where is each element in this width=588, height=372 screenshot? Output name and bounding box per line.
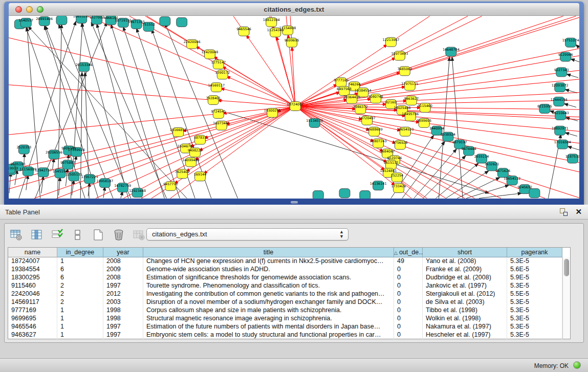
table-row[interactable]: 946362711997Embryonic stem cells: a mode… — [8, 331, 562, 339]
table-row[interactable]: 946554611997Estimation of the future num… — [8, 323, 562, 331]
column-header-short[interactable]: short — [423, 248, 507, 257]
network-node[interactable] — [56, 16, 67, 25]
table-row[interactable]: 2242004622012Investigating the contribut… — [8, 290, 562, 298]
table-cell[interactable]: Investigating the contribution of common… — [143, 290, 394, 298]
column-header-title[interactable]: title — [143, 248, 394, 257]
network-node[interactable] — [313, 191, 323, 199]
table-cell[interactable]: 2009 — [103, 266, 143, 274]
network-node[interactable] — [160, 16, 170, 26]
table-cell[interactable]: 1997 — [103, 282, 143, 290]
table-cell[interactable]: 0 — [394, 266, 423, 274]
table-cell[interactable]: 1 — [57, 331, 103, 339]
table-cell[interactable]: 1 — [57, 257, 103, 266]
table-cell[interactable]: Disruption of a novel member of a sodium… — [143, 298, 394, 307]
network-node[interactable] — [339, 189, 350, 198]
table-row[interactable]: 1456911722003Disruption of a novel membe… — [8, 298, 562, 307]
table-cell[interactable]: Hescheler et al. (1997) — [423, 331, 507, 339]
table-cell[interactable]: 2 — [57, 298, 103, 307]
table-cell[interactable]: 2 — [57, 282, 103, 290]
table-cell[interactable]: 2008 — [103, 274, 143, 282]
table-cell[interactable]: Estimation of significance thresholds fo… — [143, 274, 394, 282]
table-cell[interactable]: 6 — [57, 274, 103, 282]
table-cell[interactable]: 1 — [57, 315, 103, 323]
select-rows-icon[interactable] — [51, 228, 64, 242]
column-header-out_de[interactable]: △out_de… — [394, 248, 423, 257]
table-cell[interactable]: 5.3E-5 — [507, 307, 562, 315]
memory-status-icon[interactable] — [573, 361, 581, 369]
table-cell[interactable]: Stergiakouli et al. (2012) — [423, 290, 507, 298]
table-cell[interactable]: Franke et al. (2009) — [423, 266, 507, 274]
table-cell[interactable]: 0 — [394, 323, 423, 331]
table-cell[interactable]: Yano et al. (2008) — [423, 257, 507, 266]
network-canvas[interactable]: 1540557208914061065328715270026466161107… — [9, 16, 579, 199]
table-row[interactable]: 1830029562008Estimation of significance … — [8, 274, 562, 282]
new-table-icon[interactable] — [92, 228, 105, 242]
table-cell[interactable]: 18724007 — [8, 257, 57, 266]
table-cell[interactable]: 5.3E-5 — [507, 257, 562, 266]
table-cell[interactable]: Tibbo et al. (1998) — [423, 307, 507, 315]
table-cell[interactable]: 5.5E-5 — [507, 290, 562, 298]
table-cell[interactable]: 9465546 — [8, 323, 57, 331]
float-panel-icon[interactable] — [560, 208, 568, 216]
table-options-icon[interactable] — [10, 228, 23, 242]
import-table-disabled-icon[interactable] — [133, 228, 146, 242]
splitter-handle[interactable] — [291, 201, 298, 204]
table-scrollbar-thumb[interactable] — [564, 259, 569, 276]
table-cell[interactable]: 5.3E-5 — [507, 323, 562, 331]
table-row[interactable]: 1872400712008Changes of HCN gene express… — [8, 257, 562, 266]
table-cell[interactable]: Nakamura et al. (1997) — [423, 323, 507, 331]
table-cell[interactable]: 0 — [394, 331, 423, 339]
show-columns-icon[interactable] — [30, 228, 43, 242]
table-cell[interactable]: Jankovic et al. (1997) — [423, 282, 507, 290]
table-cell[interactable]: 5.3E-5 — [507, 298, 562, 307]
table-cell[interactable]: 2003 — [103, 298, 143, 307]
table-cell[interactable]: Dudbridge et al. (2008) — [423, 274, 507, 282]
table-cell[interactable]: 19384554 — [8, 266, 57, 274]
column-header-year[interactable]: year — [103, 248, 143, 257]
table-cell[interactable]: 1997 — [103, 331, 143, 339]
table-cell[interactable]: Genome-wide association studies in ADHD. — [143, 266, 394, 274]
table-cell[interactable]: Changes of HCN gene expression and I(f) … — [143, 257, 394, 266]
table-cell[interactable]: 1 — [57, 307, 103, 315]
table-cell[interactable]: 9777169 — [8, 307, 57, 315]
table-cell[interactable]: 5.9E-5 — [507, 274, 562, 282]
table-cell[interactable]: Wolkin et al. (1998) — [423, 315, 507, 323]
table-cell[interactable]: 0 — [394, 274, 423, 282]
delete-table-icon[interactable] — [112, 228, 125, 242]
table-cell[interactable]: 6 — [57, 266, 103, 274]
table-cell[interactable]: 49 — [394, 257, 423, 266]
close-panel-icon[interactable]: ✕ — [575, 207, 582, 216]
column-header-pagerank[interactable]: pagerank — [507, 248, 562, 257]
table-cell[interactable]: Estimation of the future numbers of pati… — [143, 323, 394, 331]
table-cell[interactable]: 2012 — [103, 290, 143, 298]
column-header-name[interactable]: name — [8, 248, 57, 257]
table-row[interactable]: 1938455462009Genome-wide association stu… — [8, 266, 562, 274]
table-cell[interactable]: 1 — [57, 323, 103, 331]
table-cell[interactable]: 5.3E-5 — [507, 315, 562, 323]
window-title-bar[interactable]: citations_edges.txt — [9, 3, 579, 16]
table-cell[interactable]: 1998 — [103, 307, 143, 315]
table-cell[interactable]: 0 — [394, 298, 423, 307]
table-cell[interactable]: 5.3E-5 — [507, 282, 562, 290]
table-cell[interactable]: Corpus callosum shape and size in male p… — [143, 307, 394, 315]
table-cell[interactable]: 9463627 — [8, 331, 57, 339]
table-cell[interactable]: 5.6E-5 — [507, 266, 562, 274]
table-cell[interactable]: 1997 — [103, 323, 143, 331]
table-row[interactable]: 977716911998Corpus callosum shape and si… — [8, 307, 562, 315]
table-row[interactable]: 911546021997Tourette syndrome. Phenomeno… — [8, 282, 562, 290]
network-node[interactable] — [360, 191, 371, 199]
table-cell[interactable]: Embryonic stem cells: a model to study s… — [143, 331, 394, 339]
table-selector-dropdown[interactable]: citations_edges.txt ▲▼ — [146, 228, 349, 240]
table-cell[interactable]: 9699695 — [8, 315, 57, 323]
row-height-icon[interactable] — [71, 228, 84, 242]
table-cell[interactable]: 0 — [394, 282, 423, 290]
table-cell[interactable]: 14569117 — [8, 298, 57, 307]
table-cell[interactable]: de Silva et al. (2003) — [423, 298, 507, 307]
table-cell[interactable]: 0 — [394, 307, 423, 315]
table-cell[interactable]: 5.3E-5 — [507, 331, 562, 339]
table-cell[interactable]: 2008 — [103, 257, 143, 266]
table-cell[interactable]: 22420046 — [8, 290, 57, 298]
table-cell[interactable]: 0 — [394, 290, 423, 298]
table-cell[interactable]: 0 — [394, 315, 423, 323]
table-cell[interactable]: 9115460 — [8, 282, 57, 290]
